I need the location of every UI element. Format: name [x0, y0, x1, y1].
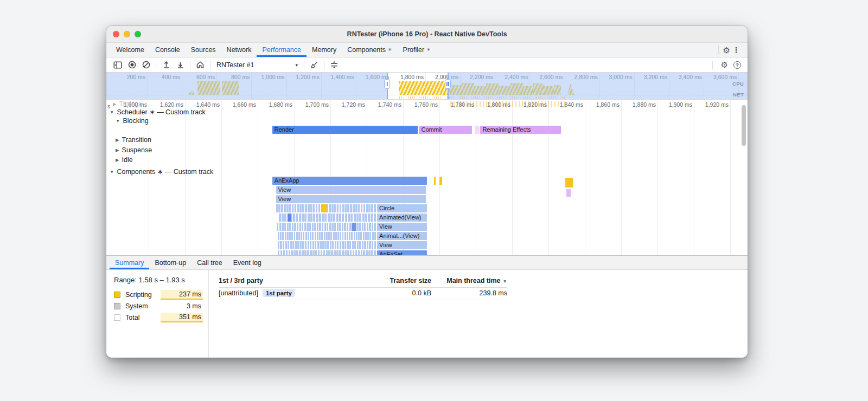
column-header-party[interactable]: 1st / 3rd party [219, 277, 369, 284]
flame-event-sliver[interactable] [374, 223, 375, 231]
flame-event-sliver[interactable] [364, 223, 366, 231]
flame-event-sliver[interactable] [321, 250, 323, 255]
flame-event-sliver[interactable] [374, 250, 376, 255]
zoom-window-button[interactable] [135, 31, 141, 37]
flame-event-sliver[interactable] [318, 250, 320, 255]
tab-profiler[interactable]: Profiler∗ [398, 43, 436, 57]
flame-event-sliver[interactable] [288, 241, 289, 249]
flame-event-sliver[interactable] [332, 241, 334, 249]
flame-event-sliver[interactable] [297, 204, 299, 212]
flame-event-sliver[interactable] [321, 232, 323, 240]
flame-event-sliver[interactable] [299, 214, 301, 222]
flame-event-sliver[interactable] [307, 250, 309, 255]
panel-settings-gear-icon[interactable]: ⚙ [721, 61, 728, 69]
flame-event-sliver[interactable] [372, 223, 373, 231]
flame-event-view[interactable]: View [276, 195, 426, 203]
flame-event-sliver[interactable] [352, 241, 354, 249]
flame-event-sliver[interactable] [366, 204, 368, 212]
flame-event-sliver[interactable] [342, 214, 344, 222]
flame-event-sliver[interactable] [342, 223, 343, 231]
save-profile-button[interactable] [173, 59, 187, 72]
flame-event-sliver[interactable] [369, 241, 371, 249]
settings-gear-icon[interactable]: ⚙ [723, 46, 730, 54]
flame-event-sliver[interactable] [300, 241, 302, 249]
flame-event-sliver[interactable] [347, 250, 349, 255]
flame-event-sliver[interactable] [297, 241, 299, 249]
flame-event-sliver[interactable] [316, 214, 318, 222]
flame-event-sliver[interactable] [368, 204, 371, 212]
flame-event-sliver[interactable] [294, 232, 296, 240]
flame-event-highlight[interactable] [288, 214, 291, 222]
flame-event-sliver[interactable] [327, 241, 329, 249]
flame-event-sliver[interactable] [299, 204, 302, 212]
flame-event-sliver[interactable] [350, 204, 352, 212]
flame-event-sliver[interactable] [329, 204, 331, 212]
flame-event-sliver[interactable] [330, 214, 333, 222]
flame-event-animated-view[interactable]: Animated(View) [377, 214, 426, 222]
flame-event-sliver[interactable] [282, 214, 284, 222]
track-label-scheduler[interactable]: ▼Scheduler ∗ — Custom track [110, 108, 206, 116]
flame-event-sliver[interactable] [347, 241, 348, 249]
flame-event-sliver[interactable] [371, 214, 373, 222]
flame-event-sliver[interactable] [312, 232, 314, 240]
track-label-idle[interactable]: ▶Idle [116, 156, 133, 164]
flame-event-circle[interactable]: Circle [377, 204, 426, 212]
flame-event-sliver[interactable] [284, 204, 286, 212]
flame-event-sliver[interactable] [289, 204, 291, 212]
flame-event-sliver[interactable] [315, 250, 317, 255]
flame-event-sliver[interactable] [331, 204, 334, 212]
flame-event-sliver[interactable] [278, 241, 279, 249]
selection-handle-right[interactable] [445, 79, 451, 89]
minimize-window-button[interactable] [124, 31, 130, 37]
flame-event-sliver[interactable] [319, 232, 321, 240]
chevron-open-icon[interactable]: ▼ [110, 109, 114, 115]
track-label-blocking[interactable]: ▼Blocking [116, 117, 149, 125]
flame-event-sliver[interactable] [310, 204, 312, 212]
flame-event-sliver[interactable] [344, 241, 346, 249]
flame-event-sliver[interactable] [278, 250, 280, 255]
flame-event-sliver[interactable] [371, 250, 373, 255]
flame-event-sliver[interactable] [363, 232, 365, 240]
flame-event-sliver[interactable] [298, 232, 300, 240]
flame-event-sliver[interactable] [310, 250, 312, 255]
flame-chart-area[interactable]: ▶Timingss1,600 ms1,620 ms1,640 ms1,660 m… [106, 100, 748, 255]
flame-event-sliver[interactable] [280, 241, 282, 249]
flame-event-sliver[interactable] [320, 241, 321, 249]
flame-event-sliver[interactable] [342, 241, 343, 249]
flame-event-sliver[interactable] [368, 250, 371, 255]
flame-event-sliver[interactable] [349, 241, 351, 249]
flame-event-sliver[interactable] [342, 250, 344, 255]
flame-event-sliver[interactable] [287, 223, 289, 231]
flame-event-sliver[interactable] [317, 241, 319, 249]
flame-event-sliver[interactable] [307, 223, 308, 231]
record-button[interactable] [125, 59, 139, 72]
flame-event-sliver[interactable] [287, 232, 289, 240]
flame-event-sliver[interactable] [291, 232, 293, 240]
flame-event-sliver[interactable] [317, 232, 318, 240]
flame-event-sliver[interactable] [350, 214, 353, 222]
capture-settings-button[interactable] [327, 59, 341, 72]
flame-event-sliver[interactable] [372, 232, 374, 240]
flame-event-sliver[interactable] [367, 232, 369, 240]
flame-event-sliver[interactable] [328, 232, 330, 240]
flame-event-sliver[interactable] [366, 250, 368, 255]
chevron-right-icon[interactable]: ▶ [116, 137, 119, 143]
flame-event-sliver[interactable] [293, 250, 296, 255]
flame-event-sliver[interactable] [314, 223, 316, 231]
flame-event-sliver[interactable] [283, 241, 284, 249]
flame-event-sliver[interactable] [292, 223, 293, 231]
help-icon[interactable]: ? [733, 61, 741, 69]
flame-event-sliver[interactable] [353, 250, 355, 255]
flame-event-sliver[interactable] [354, 214, 356, 222]
flame-event-sliver[interactable] [289, 250, 291, 255]
flame-event-sliver[interactable] [322, 241, 324, 249]
flame-event-sliver[interactable] [337, 241, 339, 249]
flame-event-sliver[interactable] [368, 214, 370, 222]
flame-event-sliver[interactable] [364, 241, 366, 249]
flame-event-sliver[interactable] [363, 204, 366, 212]
flame-event-sliver[interactable] [334, 250, 336, 255]
toggle-sidebar-button[interactable] [111, 59, 125, 72]
flame-event-view[interactable]: View [377, 241, 426, 249]
flame-event-sliver[interactable] [319, 214, 321, 222]
flame-event-sliver[interactable] [360, 232, 362, 240]
